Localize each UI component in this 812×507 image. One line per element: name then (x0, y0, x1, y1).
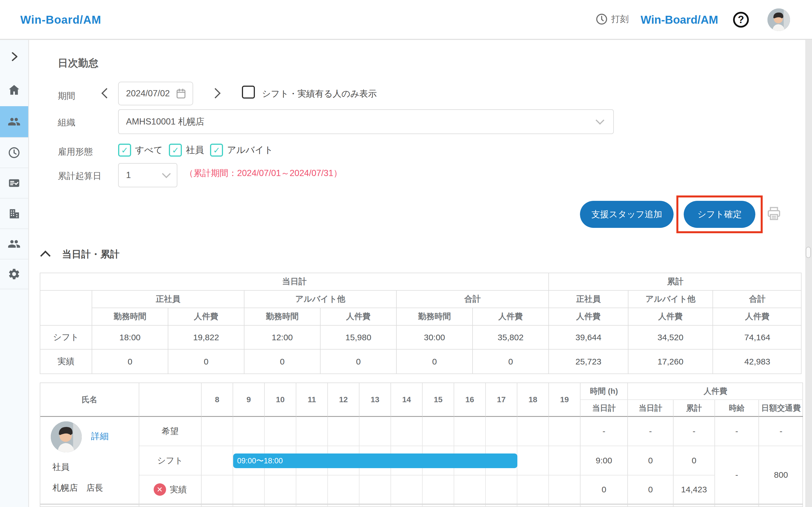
store-and-role: 札幌店 店長 (52, 482, 103, 494)
wish-hour-strip[interactable] (202, 417, 580, 446)
avatar-image (51, 421, 82, 452)
hour-header: 8 (202, 383, 233, 417)
main-content: 日次勤怠 期間 2024/07/02 シフト・実績有る人のみ表示 組織 AMHS… (29, 40, 805, 507)
sidebar-item-home[interactable] (0, 73, 28, 106)
sidebar-item-settings[interactable] (0, 259, 28, 289)
sidebar-item-approval[interactable] (0, 168, 28, 198)
sidebar-item-organization[interactable] (0, 198, 28, 228)
detail-link[interactable]: 詳細 (91, 431, 109, 442)
summary-cell: 18:00 (92, 326, 168, 349)
next-day-button[interactable] (210, 88, 221, 99)
page-title: 日次勤怠 (58, 56, 98, 70)
chevron-down-icon (596, 116, 604, 124)
date-value: 2024/07/02 (126, 89, 170, 99)
employee-checkbox[interactable]: ✓ (169, 144, 182, 157)
roster-table: 氏名 8 9 10 11 12 13 14 15 16 17 18 19 時間 … (40, 383, 803, 507)
summary-cell: 74,164 (713, 326, 802, 349)
shift-row-label: シフト (40, 326, 92, 349)
calendar-icon (175, 88, 187, 100)
summary-cell: 0 (320, 349, 397, 374)
summary-cell: 35,802 (473, 326, 549, 349)
wish-hourly-wage: - (715, 417, 759, 446)
sidebar-expand-button[interactable] (0, 40, 28, 73)
sidebar-nav (0, 40, 28, 507)
members-icon (8, 237, 20, 250)
cum-parttime-header: アルバイト他 (628, 291, 713, 308)
settings-icon (8, 268, 20, 281)
chevron-up-icon (40, 251, 51, 261)
date-input[interactable]: 2024/07/02 (118, 82, 193, 105)
transport-value: 800 (759, 446, 803, 505)
top-header: Win-Board/AM 打刻 Win-Board/AM ? (0, 0, 812, 40)
wish-transport: - (759, 417, 803, 446)
summary-section-toggle[interactable]: 当日計・累計 (42, 248, 119, 261)
parttime-checkbox[interactable]: ✓ (210, 144, 223, 157)
hour-header: 17 (486, 383, 517, 417)
accrual-select[interactable]: 1 (118, 163, 177, 187)
hour-header: 19 (549, 383, 580, 417)
employment-option-all: ✓ すべて (118, 144, 163, 157)
summary-cell: 25,723 (549, 349, 628, 374)
organization-select[interactable]: AMHS10001 札幌店 (118, 109, 614, 134)
accrual-label: 累計起算日 (58, 170, 101, 182)
avatar-image (767, 8, 790, 31)
employment-option-employee: ✓ 社員 (169, 144, 204, 157)
actual-time-today: 0 (580, 475, 628, 505)
employee-cell: 詳細 社員 札幌店 店長 (40, 417, 139, 505)
wish-cost-cum: - (673, 417, 715, 446)
today-group-header: 当日計 (40, 273, 549, 291)
cumulative-group-header: 累計 (549, 273, 802, 291)
period-label: 期間 (58, 90, 75, 102)
shift-bar-text: 09:00〜18:00 (237, 456, 283, 466)
sidebar-item-members[interactable] (0, 228, 28, 259)
building-icon (8, 207, 20, 220)
worktime-subheader: 勤務時間 (397, 308, 473, 326)
worktime-subheader: 勤務時間 (245, 308, 320, 326)
employment-option-parttime: ✓ アルバイト (210, 144, 273, 157)
hour-header: 15 (423, 383, 454, 417)
punch-clock-button[interactable]: 打刻 (596, 13, 629, 25)
cum-total-header: 合計 (713, 291, 802, 308)
organization-label: 組織 (58, 117, 75, 128)
transport-subheader: 日額交通費 (759, 400, 803, 417)
parttime-label: アルバイト (227, 144, 273, 156)
prev-day-button[interactable] (101, 88, 112, 99)
summary-section-title: 当日計・累計 (62, 248, 119, 261)
today-fulltime-header: 正社員 (92, 291, 245, 308)
laborcost-subheader: 人件費 (473, 308, 549, 326)
summary-cell: 15,980 (320, 326, 397, 349)
actual-row-label: ✕ 実績 (139, 475, 202, 505)
summary-cell: 42,983 (713, 349, 802, 374)
printer-icon[interactable] (765, 205, 782, 222)
add-support-staff-button[interactable]: 支援スタッフ追加 (580, 201, 673, 228)
employee-avatar[interactable] (51, 421, 82, 452)
actual-hour-strip[interactable] (202, 475, 580, 505)
laborcost-subheader: 人件費 (320, 308, 397, 326)
hourly-wage-value: - (715, 446, 759, 505)
show-only-checkbox[interactable] (242, 86, 255, 99)
all-checkbox[interactable]: ✓ (118, 144, 131, 157)
shift-row-label: シフト (139, 446, 202, 475)
help-icon[interactable]: ? (733, 12, 749, 27)
sidebar-item-staff[interactable] (0, 106, 28, 137)
shift-bar[interactable]: 09:00〜18:00 (233, 453, 517, 468)
hour-header: 13 (359, 383, 391, 417)
laborcost-subheader: 人件費 (713, 308, 802, 326)
summary-cell: 30:00 (397, 326, 473, 349)
hour-header: 11 (296, 383, 328, 417)
chevron-down-icon (162, 169, 170, 178)
summary-cell: 0 (245, 349, 320, 374)
laborcost-subheader: 人件費 (628, 308, 713, 326)
user-avatar[interactable] (767, 8, 790, 31)
laborcost-subheader: 人件費 (549, 308, 628, 326)
shift-cost-today: 0 (628, 446, 673, 475)
shift-cost-cum: 0 (673, 446, 715, 475)
checklist-icon (8, 177, 20, 189)
hour-header: 14 (391, 383, 423, 417)
vertical-scrollbar-thumb[interactable] (806, 247, 811, 258)
sidebar-item-attendance[interactable] (0, 137, 28, 168)
summary-cell: 0 (473, 349, 549, 374)
employee-label: 社員 (186, 144, 204, 156)
today-total-header: 合計 (397, 291, 549, 308)
confirm-shift-button[interactable]: シフト確定 (684, 201, 755, 228)
